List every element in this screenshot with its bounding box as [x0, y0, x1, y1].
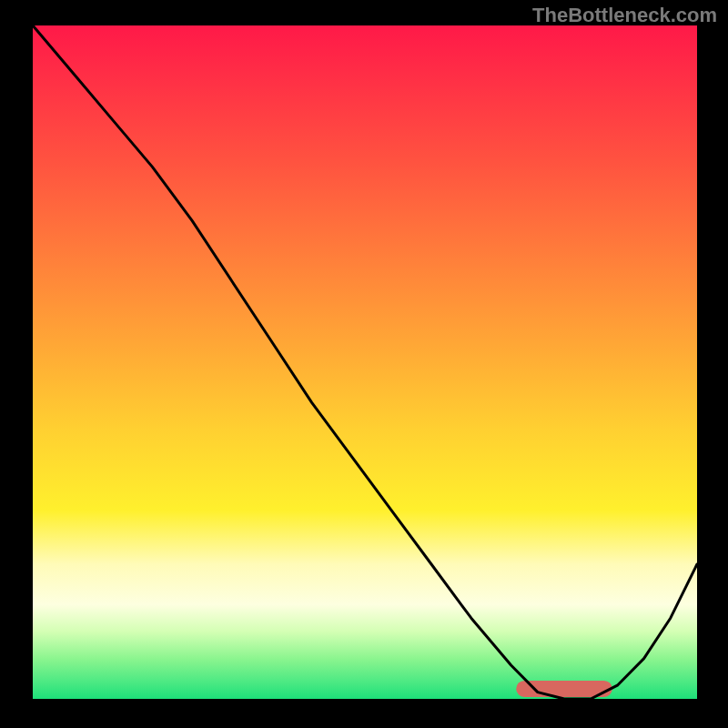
- chart-stage: TheBottleneck.com: [0, 0, 728, 728]
- bottleneck-curve: [33, 25, 697, 699]
- chart-overlay: [33, 25, 697, 699]
- watermark-text: TheBottleneck.com: [532, 4, 717, 27]
